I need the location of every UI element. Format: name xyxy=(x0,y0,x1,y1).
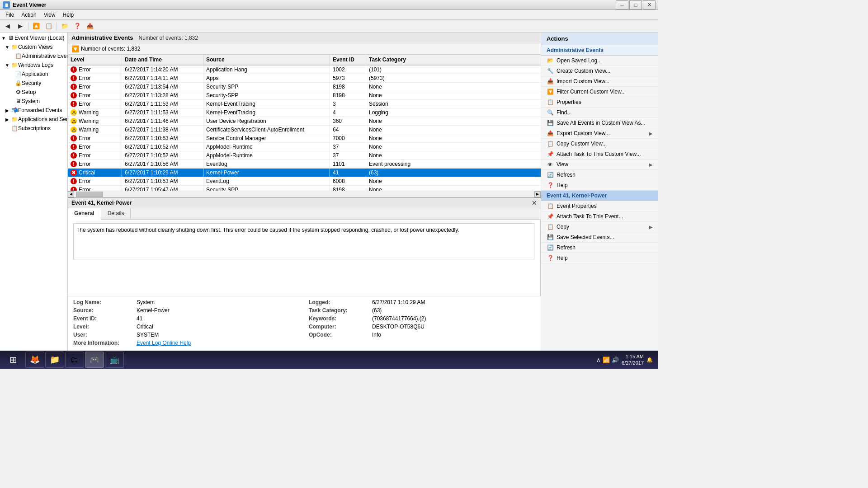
toolbar-back[interactable]: ◀ xyxy=(2,21,14,31)
tree-windows-logs[interactable]: ▼ 📁 Windows Logs xyxy=(0,61,67,70)
cell-eventid: 360 xyxy=(330,117,366,125)
table-row[interactable]: !Error 6/27/2017 1:10:52 AM AppModel-Run… xyxy=(68,151,541,160)
table-row[interactable]: !Error 6/27/2017 1:10:56 AM Eventlog 110… xyxy=(68,160,541,169)
action-view[interactable]: 👁 View ▶ xyxy=(541,160,658,170)
action-event-properties[interactable]: 📋 Event Properties xyxy=(541,201,658,211)
tree-application[interactable]: 📄 Application xyxy=(0,70,67,79)
tree-event-viewer[interactable]: ▼ 🖥 Event Viewer (Local) xyxy=(0,33,67,42)
table-row[interactable]: ⚠Warning 6/27/2017 1:11:38 AM Certificat… xyxy=(68,126,541,134)
scroll-thumb[interactable] xyxy=(76,192,103,197)
cell-level: !Error xyxy=(68,66,122,74)
toolbar-help[interactable]: ❓ xyxy=(71,21,83,31)
cell-datetime: 6/27/2017 1:11:38 AM xyxy=(122,126,203,134)
toolbar-up[interactable]: 🔼 xyxy=(30,21,42,31)
action-find[interactable]: 🔍 Find... xyxy=(541,108,658,118)
close-button[interactable]: ✕ xyxy=(643,0,656,9)
table-row[interactable]: !Error 6/27/2017 1:13:54 AM Security-SPP… xyxy=(68,83,541,91)
table-row[interactable]: !Error 6/27/2017 1:13:28 AM Security-SPP… xyxy=(68,91,541,100)
action-copy-custom-view[interactable]: 📋 Copy Custom View... xyxy=(541,139,658,149)
maximize-button[interactable]: □ xyxy=(629,0,642,9)
toolbar-forward[interactable]: ▶ xyxy=(14,21,26,31)
taskbar-app-files[interactable]: 🗂 xyxy=(65,352,84,368)
table-row[interactable]: !Error 6/27/2017 1:10:53 AM Service Cont… xyxy=(68,134,541,143)
detail-close-button[interactable]: ✕ xyxy=(532,199,537,206)
start-button[interactable]: ⊞ xyxy=(2,352,24,368)
toolbar-export[interactable]: 📤 xyxy=(84,21,96,31)
action-label-export: Export Custom View... xyxy=(557,130,610,136)
table-row[interactable]: ⚠Warning 6/27/2017 1:11:46 AM User Devic… xyxy=(68,117,541,126)
action-attach-task-event[interactable]: 📌 Attach Task To This Event... xyxy=(541,211,658,222)
action-attach-task-view[interactable]: 📌 Attach Task To This Custom View... xyxy=(541,149,658,160)
menu-file[interactable]: File xyxy=(2,11,18,19)
action-refresh-event[interactable]: 🔄 Refresh xyxy=(541,243,658,253)
menu-action[interactable]: Action xyxy=(18,11,40,19)
tree-custom-views[interactable]: ▼ 📁 Custom Views xyxy=(0,42,67,52)
table-row[interactable]: !Error 6/27/2017 1:14:11 AM Apps 5973 (5… xyxy=(68,74,541,83)
toolbar-properties[interactable]: 📁 xyxy=(59,21,71,31)
toolbar-copy[interactable]: 📋 xyxy=(43,21,55,31)
table-row[interactable]: !Error 6/27/2017 1:10:52 AM AppModel-Run… xyxy=(68,143,541,151)
taskbar-app-media[interactable]: 📺 xyxy=(105,352,124,368)
action-open-saved-log[interactable]: 📂 Open Saved Log... xyxy=(541,56,658,66)
cell-level: !Error xyxy=(68,186,122,191)
cell-source: Kernel-EventTracing xyxy=(203,108,330,117)
action-filter-current[interactable]: 🔽 Filter Current Custom View... xyxy=(541,87,658,97)
tray-up-icon[interactable]: ∧ xyxy=(596,357,601,363)
col-header-source[interactable]: Source xyxy=(203,55,330,65)
tree-setup[interactable]: ⚙ Setup xyxy=(0,88,67,97)
tree-admin-events[interactable]: 📋 Administrative Events xyxy=(0,52,67,61)
action-create-custom-view[interactable]: 🔧 Create Custom View... xyxy=(541,66,658,76)
tray-volume-icon[interactable]: 🔊 xyxy=(612,357,619,363)
table-row[interactable]: ⚠Warning 6/27/2017 1:11:53 AM Kernel-Eve… xyxy=(68,108,541,117)
table-row[interactable]: !Error 6/27/2017 1:14:20 AM Application … xyxy=(68,66,541,74)
cell-taskcategory: None xyxy=(366,91,541,99)
col-header-level[interactable]: Level xyxy=(68,55,122,65)
scroll-right-arrow[interactable]: ▶ xyxy=(534,191,541,197)
action-save-all-events[interactable]: 💾 Save All Events in Custom View As... xyxy=(541,118,658,128)
level-text: Error xyxy=(79,187,91,191)
bottom-scrollbar[interactable]: ◀ ▶ xyxy=(68,191,541,197)
help-admin-icon: ❓ xyxy=(547,182,554,189)
table-row[interactable]: !Error 6/27/2017 1:11:53 AM Kernel-Event… xyxy=(68,100,541,108)
detail-row-logname: Log Name: System xyxy=(73,299,300,305)
menu-help[interactable]: Help xyxy=(59,11,78,19)
taskbar-app-browser[interactable]: 🦊 xyxy=(25,352,44,368)
tree-subscriptions[interactable]: 📋 Subscriptions xyxy=(0,124,67,133)
action-save-selected-events[interactable]: 💾 Save Selected Events... xyxy=(541,232,658,243)
tree-system[interactable]: 🖥 System xyxy=(0,97,67,106)
cell-eventid: 41 xyxy=(330,169,366,177)
action-properties[interactable]: 📋 Properties xyxy=(541,97,658,108)
taskbar-app-game[interactable]: 🎮 xyxy=(85,352,104,368)
scroll-left-arrow[interactable]: ◀ xyxy=(68,191,74,197)
tree-security[interactable]: 🔒 Security xyxy=(0,79,67,88)
scroll-track[interactable] xyxy=(74,191,534,197)
detail-tab-details[interactable]: Details xyxy=(101,208,131,219)
error-icon: ! xyxy=(71,75,77,81)
tree-forwarded-events[interactable]: ▶ 📬 Forwarded Events xyxy=(0,106,67,115)
tray-notification-icon[interactable]: 🔔 xyxy=(646,357,653,363)
title-bar-controls: ─ □ ✕ xyxy=(616,0,656,9)
taskbar-app-explorer[interactable]: 📁 xyxy=(45,352,64,368)
view-icon: 👁 xyxy=(547,161,554,168)
action-help-admin[interactable]: ❓ Help xyxy=(541,180,658,191)
action-help-event[interactable]: ❓ Help xyxy=(541,253,658,263)
minimize-button[interactable]: ─ xyxy=(616,0,628,9)
action-refresh-admin[interactable]: 🔄 Refresh xyxy=(541,170,658,180)
action-export-custom-view[interactable]: 📤 Export Custom View... ▶ xyxy=(541,128,658,139)
table-row[interactable]: !Error 6/27/2017 1:05:47 AM Security-SPP… xyxy=(68,186,541,191)
cell-eventid: 3 xyxy=(330,100,366,108)
action-import-custom-view[interactable]: 📥 Import Custom View... xyxy=(541,76,658,87)
table-row[interactable]: !Error 6/27/2017 1:10:53 AM EventLog 600… xyxy=(68,177,541,186)
col-header-datetime[interactable]: Date and Time xyxy=(122,55,203,65)
table-row[interactable]: ✕Critical 6/27/2017 1:10:29 AM Kernel-Po… xyxy=(68,169,541,177)
table-body[interactable]: !Error 6/27/2017 1:14:20 AM Application … xyxy=(68,66,541,191)
detail-tab-general[interactable]: General xyxy=(68,208,101,220)
tree-app-services[interactable]: ▶ 📁 Applications and Services Lo... xyxy=(0,115,67,124)
cell-source: Security-SPP xyxy=(203,186,330,191)
col-header-eventid[interactable]: Event ID xyxy=(330,55,366,65)
title-bar-text: Event Viewer xyxy=(13,2,46,8)
detail-link-moreinfo[interactable]: Event Log Online Help xyxy=(137,340,535,346)
menu-view[interactable]: View xyxy=(40,11,59,19)
action-copy-event[interactable]: 📋 Copy ▶ xyxy=(541,222,658,232)
col-header-taskcategory[interactable]: Task Category xyxy=(366,55,541,65)
